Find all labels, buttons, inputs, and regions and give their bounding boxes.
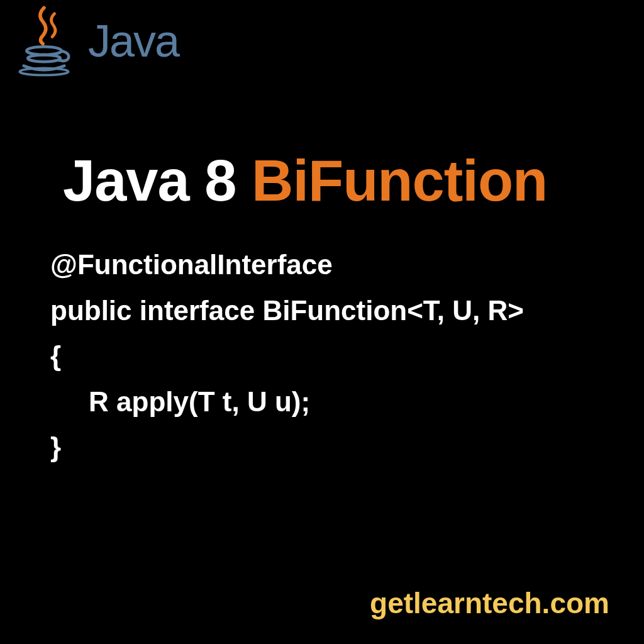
footer-url: getlearntech.com <box>370 586 609 620</box>
java-logo-icon <box>13 3 75 79</box>
code-line-4: R apply(T t, U u); <box>50 379 524 425</box>
code-line-3: { <box>50 333 524 379</box>
svg-point-2 <box>19 68 69 75</box>
code-line-5: } <box>50 425 524 470</box>
logo-text: Java <box>88 15 179 67</box>
main-title: Java 8 BiFunction <box>63 148 547 214</box>
code-block: @FunctionalInterfacepublic interface BiF… <box>50 242 524 470</box>
code-line-2: public interface BiFunction<T, U, R> <box>50 288 524 334</box>
code-line-1: @FunctionalInterface <box>50 242 524 288</box>
title-part-orange: BiFunction <box>252 148 547 213</box>
logo-area: Java <box>13 3 179 79</box>
svg-point-1 <box>28 55 60 62</box>
title-part-white: Java 8 <box>63 148 252 213</box>
